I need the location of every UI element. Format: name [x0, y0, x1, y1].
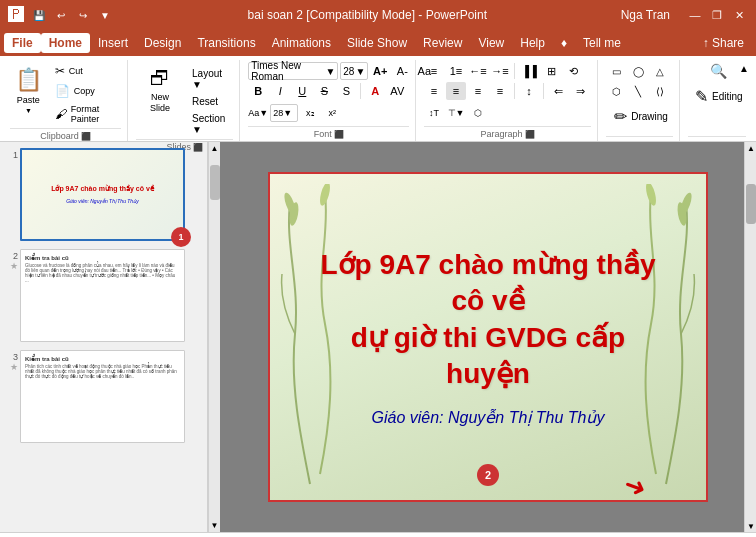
menu-item-acrobat[interactable]: ♦ — [553, 33, 575, 53]
powerpoint-icon: 🅿 — [8, 6, 24, 24]
bullets-button[interactable]: ≡ — [424, 62, 444, 80]
sup-button[interactable]: x² — [322, 104, 342, 122]
ltr-button[interactable]: ⇒ — [570, 82, 590, 100]
char-spacing-button[interactable]: AV — [387, 82, 407, 100]
scroll-down-button[interactable]: ▼ — [745, 520, 756, 532]
line-spacing-button[interactable]: ↕ — [519, 82, 539, 100]
shadow-button[interactable]: S — [336, 82, 356, 100]
minimize-button[interactable]: — — [686, 6, 704, 24]
menu-item-share[interactable]: ↑ Share — [695, 33, 752, 53]
menu-item-tellme[interactable]: Tell me — [575, 33, 629, 53]
rtl-button[interactable]: ⇐ — [548, 82, 568, 100]
para-section: ≡ 1≡ ←≡ →≡ ▐▐ ⊞ ⟲ ≡ ≡ ≡ ≡ ↕ ⇐ — [424, 62, 590, 122]
underline-button[interactable]: U — [292, 82, 312, 100]
customize-icon[interactable]: ▼ — [96, 6, 114, 24]
menu-item-view[interactable]: View — [470, 33, 512, 53]
align-text-button[interactable]: ⊤▼ — [446, 104, 466, 122]
main-slide-title: Lớp 9A7 chào mừng thầy cô về dự giờ thi … — [310, 247, 666, 393]
shape3-button[interactable]: △ — [650, 62, 670, 80]
shape1-button[interactable]: ▭ — [606, 62, 626, 80]
shape6-button[interactable]: ⟨⟩ — [650, 82, 670, 100]
sep4 — [543, 83, 544, 99]
align-left-button[interactable]: ≡ — [424, 82, 444, 100]
scroll-thumb-vertical[interactable] — [746, 184, 756, 224]
numbering-button[interactable]: 1≡ — [446, 62, 466, 80]
justify-button[interactable]: ≡ — [490, 82, 510, 100]
title-bar: 🅿 💾 ↩ ↪ ▼ bai soan 2 [Compatibility Mode… — [0, 0, 756, 30]
editing-button[interactable]: ✎ Editing — [688, 82, 750, 111]
text-direction-button[interactable]: ↕T — [424, 104, 444, 122]
sub-button[interactable]: x₂ — [300, 104, 320, 122]
font-family-dropdown[interactable]: Times New Roman▼ — [248, 62, 338, 80]
panel-scroll-thumb[interactable] — [210, 165, 220, 200]
strikethrough-button[interactable]: S — [314, 82, 334, 100]
new-slide-button[interactable]: 🗗 New Slide — [136, 62, 184, 119]
table-row: 2 ★ Kiểm tra bài cũ Glucose và fructose … — [4, 247, 203, 344]
slide-star-2: ★ — [10, 261, 18, 271]
section-button[interactable]: Section ▼ — [188, 111, 233, 137]
slide-small-btns: Layout ▼ Reset Section ▼ — [188, 66, 233, 137]
increase-font-button[interactable]: A+ — [370, 62, 390, 80]
panel-scroll-down-button[interactable]: ▼ — [211, 519, 219, 532]
menu-item-file[interactable]: File — [4, 33, 41, 53]
italic-button[interactable]: I — [270, 82, 290, 100]
decrease-indent-button[interactable]: ←≡ — [468, 62, 488, 80]
main-slide-subtitle: Giáo viên: Nguyễn Thị Thu Thủy — [372, 408, 605, 427]
menu-item-insert[interactable]: Insert — [90, 33, 136, 53]
paste-button[interactable]: 📋 Paste ▼ — [10, 62, 47, 119]
search-icon[interactable]: 🔍 — [709, 62, 729, 80]
menu-item-review[interactable]: Review — [415, 33, 470, 53]
clipboard-expand-icon[interactable]: ⬛ — [81, 132, 91, 141]
slide2-thumb-title: Kiểm tra bài cũ — [25, 254, 180, 261]
slide-thumb-3[interactable]: Kiểm tra bài cũ Phân tích các tính chất … — [20, 350, 185, 443]
save-icon[interactable]: 💾 — [30, 6, 48, 24]
close-button[interactable]: ✕ — [730, 6, 748, 24]
bold-button[interactable]: B — [248, 82, 268, 100]
shape5-button[interactable]: ╲ — [628, 82, 648, 100]
shape4-button[interactable]: ⬡ — [606, 82, 626, 100]
font-color-button[interactable]: A — [365, 82, 385, 100]
layout-button[interactable]: Layout ▼ — [188, 66, 233, 92]
table-row: 3 ★ Kiểm tra bài cũ Phân tích các tính c… — [4, 348, 203, 445]
undo-icon[interactable]: ↩ — [52, 6, 70, 24]
clipboard-label: Clipboard ⬛ — [10, 128, 121, 143]
smart-art-button[interactable]: ⊞ — [541, 62, 561, 80]
slide-panel: 1 Lớp 9A7 chào mừng thầy cô về Giáo viên… — [0, 142, 208, 532]
menu-item-design[interactable]: Design — [136, 33, 189, 53]
paragraph-expand-icon[interactable]: ⬛ — [525, 130, 535, 139]
ribbon-collapse-button[interactable]: ▲ — [736, 60, 752, 76]
menu-item-animations[interactable]: Animations — [264, 33, 339, 53]
fontcase-button[interactable]: Aa▼ — [248, 104, 268, 122]
slides-expand-icon[interactable]: ⬛ — [193, 143, 203, 152]
convert-button[interactable]: ⟲ — [563, 62, 583, 80]
slide-panel-wrapper: 1 Lớp 9A7 chào mừng thầy cô về Giáo viên… — [0, 142, 220, 532]
copy-button[interactable]: 📄Copy — [51, 82, 121, 100]
table-row: 1 Lớp 9A7 chào mừng thầy cô về Giáo viên… — [4, 146, 203, 243]
main-slide[interactable]: Lớp 9A7 chào mừng thầy cô về dự giờ thi … — [268, 172, 708, 502]
columns-button[interactable]: ▐▐ — [519, 62, 539, 80]
font-expand-icon[interactable]: ⬛ — [334, 130, 344, 139]
align-right-button[interactable]: ≡ — [468, 82, 488, 100]
slide-thumb-1[interactable]: Lớp 9A7 chào mừng thầy cô về Giáo viên: … — [20, 148, 185, 241]
format-painter-button[interactable]: 🖌Format Painter — [51, 102, 121, 126]
main-area: 1 Lớp 9A7 chào mừng thầy cô về Giáo viên… — [0, 142, 756, 532]
restore-button[interactable]: ❐ — [708, 6, 726, 24]
menu-item-help[interactable]: Help — [512, 33, 553, 53]
cut-button[interactable]: ✂Cut — [51, 62, 121, 80]
scroll-up-button[interactable]: ▲ — [745, 142, 756, 154]
redo-icon[interactable]: ↪ — [74, 6, 92, 24]
font-size2-dropdown[interactable]: 28▼ — [270, 104, 298, 122]
menu-bar: File Home Insert Design Transitions Anim… — [0, 30, 756, 56]
menu-item-home[interactable]: Home — [41, 33, 90, 53]
increase-indent-button[interactable]: →≡ — [490, 62, 510, 80]
drawing-button[interactable]: ✏ Drawing — [607, 102, 675, 131]
align-center-button[interactable]: ≡ — [446, 82, 466, 100]
decrease-font-button[interactable]: A- — [392, 62, 412, 80]
font-size-dropdown[interactable]: 28▼ — [340, 62, 368, 80]
slide-thumb-2[interactable]: Kiểm tra bài cũ Glucose và fructose là đ… — [20, 249, 185, 342]
shape2-button[interactable]: ◯ — [628, 62, 648, 80]
menu-item-slideshow[interactable]: Slide Show — [339, 33, 415, 53]
menu-item-transitions[interactable]: Transitions — [189, 33, 263, 53]
add-smartart-button[interactable]: ⬡ — [468, 104, 488, 122]
reset-button[interactable]: Reset — [188, 94, 233, 109]
